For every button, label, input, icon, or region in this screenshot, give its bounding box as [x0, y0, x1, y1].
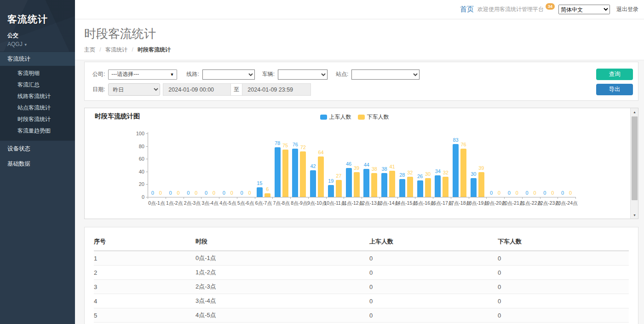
x-tick	[397, 197, 398, 199]
bar-value-label: 26	[417, 174, 423, 179]
x-tick	[290, 197, 291, 199]
page-title: 时段客流统计	[84, 26, 635, 42]
filter-panel: 公司: ---请选择--- ▼ 线路: 车辆: 站点: 日期: 昨日 2024-…	[84, 62, 638, 101]
org-account-label: AQGJ	[7, 41, 23, 47]
chart-scrollbar[interactable]: ▲ ▼	[630, 108, 638, 219]
breadcrumb: 主页 / 客流统计 / 时段客流统计	[84, 46, 635, 54]
breadcrumb-current: 时段客流统计	[138, 46, 171, 53]
bar[interactable]	[363, 169, 369, 197]
bar[interactable]	[318, 156, 324, 197]
notification-badge[interactable]: 34	[546, 3, 555, 10]
sidebar-item-station-stats[interactable]: 站点客流统计	[0, 102, 75, 114]
scrollbar-thumb[interactable]	[632, 116, 638, 200]
bar-value-label: 30	[471, 171, 476, 177]
bar[interactable]	[292, 149, 298, 197]
breadcrumb-home[interactable]: 主页	[84, 46, 95, 53]
home-link[interactable]: 首页	[460, 5, 474, 14]
logout-link[interactable]: 退出登录	[616, 6, 638, 13]
table-cell: 5点-6点	[196, 323, 369, 324]
x-axis-label: 8点-9点	[291, 200, 307, 207]
bar[interactable]	[399, 179, 405, 197]
bar-value-label: 34	[435, 168, 441, 174]
table-cell: 1	[94, 251, 196, 266]
bar-value-label: 0	[490, 190, 493, 196]
bar[interactable]	[435, 175, 441, 197]
bar[interactable]	[371, 173, 377, 197]
bar[interactable]	[264, 193, 270, 197]
sidebar-logo-area: 客流统计 公交 AQGJ▼	[0, 0, 75, 52]
x-tick	[219, 197, 219, 199]
date-preset-select[interactable]: 昨日	[108, 83, 160, 96]
bar-value-label: 38	[382, 166, 387, 172]
x-tick	[326, 197, 327, 199]
bar[interactable]	[328, 185, 334, 197]
bar-value-label: 15	[257, 180, 262, 186]
bar[interactable]	[417, 180, 423, 197]
date-from-input[interactable]: 2024-01-09 00:00	[163, 83, 230, 96]
filter-row-1: 公司: ---请选择--- ▼ 线路: 车辆: 站点:	[92, 68, 638, 81]
main-area: 首页 欢迎使用客流统计管理平台 34 简体中文 退出登录 时段客流统计 主页 /…	[75, 0, 644, 324]
bar[interactable]	[460, 149, 466, 197]
sidebar-item-device-status[interactable]: 设备状态	[0, 140, 75, 156]
x-tick	[558, 197, 558, 199]
sidebar-item-base-data[interactable]: 基础数据	[0, 156, 75, 172]
language-select[interactable]: 简体中文	[558, 5, 610, 14]
x-axis-label: 4点-5点	[219, 200, 236, 207]
line-select[interactable]	[202, 69, 255, 80]
table-cell: 1点-2点	[196, 266, 369, 280]
company-select[interactable]: ---请选择--- ▼	[108, 69, 177, 80]
bar[interactable]	[389, 171, 395, 197]
sidebar-item-passenger-detail[interactable]: 客流明细	[0, 68, 75, 79]
sidebar-item-line-stats[interactable]: 线路客流统计	[0, 91, 75, 102]
bar-value-label: 0	[159, 190, 162, 196]
bar[interactable]	[275, 147, 281, 197]
bar[interactable]	[300, 151, 306, 197]
bar[interactable]	[478, 172, 484, 197]
vehicle-select[interactable]	[278, 69, 328, 80]
bar-value-label: 78	[275, 140, 280, 146]
table-header-row: 序号 时段 上车人数 下车人数	[94, 233, 629, 251]
export-button[interactable]: 导出	[596, 84, 633, 95]
y-tick	[146, 159, 148, 159]
dropdown-triangle-icon: ▼	[170, 72, 174, 77]
scroll-down-icon[interactable]: ▼	[631, 211, 638, 219]
vehicle-label: 车辆:	[262, 70, 275, 78]
sidebar-item-passenger-summary[interactable]: 客流汇总	[0, 79, 75, 91]
x-axis-label: 7点-8点	[273, 200, 290, 207]
bar-value-label: 0	[498, 190, 500, 196]
table-cell: 0	[498, 266, 629, 280]
bar[interactable]	[407, 177, 413, 197]
sidebar-item-period-stats[interactable]: 时段客流统计	[0, 114, 75, 125]
x-tick	[540, 197, 540, 199]
bar-value-label: 0	[187, 190, 190, 196]
org-account-dropdown[interactable]: AQGJ▼	[7, 41, 75, 47]
date-to-input[interactable]: 2024-01-09 23:59	[242, 83, 311, 96]
scroll-up-icon[interactable]: ▲	[631, 108, 638, 116]
bar[interactable]	[310, 170, 316, 197]
bar-value-label: 0	[508, 190, 511, 196]
bar[interactable]	[381, 173, 387, 197]
bar[interactable]	[443, 177, 448, 197]
col-header-period: 时段	[196, 233, 369, 251]
x-axis-label: 1点-2点	[166, 200, 183, 207]
x-tick	[272, 197, 273, 199]
bar[interactable]	[282, 150, 288, 197]
bar-value-label: 38	[372, 166, 377, 172]
bar-value-label: 76	[461, 142, 466, 147]
bar[interactable]	[346, 168, 352, 197]
bar[interactable]	[471, 178, 477, 197]
bar-value-label: 30	[425, 171, 431, 177]
bar[interactable]	[453, 144, 459, 197]
bar[interactable]	[425, 178, 431, 197]
breadcrumb-mid[interactable]: 客流统计	[105, 46, 127, 53]
chevron-down-icon: ▼	[24, 43, 28, 47]
sidebar: 客流统计 公交 AQGJ▼ 客流统计 客流明细 客流汇总 线路客流统计 站点客流…	[0, 0, 75, 324]
sidebar-item-trend-chart[interactable]: 客流量趋势图	[0, 125, 75, 137]
bar[interactable]	[257, 187, 263, 197]
table-cell: 0	[369, 323, 498, 324]
station-select[interactable]	[351, 69, 420, 80]
bar[interactable]	[354, 172, 360, 197]
search-button[interactable]: 查询	[596, 69, 633, 80]
bar[interactable]	[336, 180, 342, 197]
sidebar-item-passenger-stats[interactable]: 客流统计	[0, 52, 75, 66]
